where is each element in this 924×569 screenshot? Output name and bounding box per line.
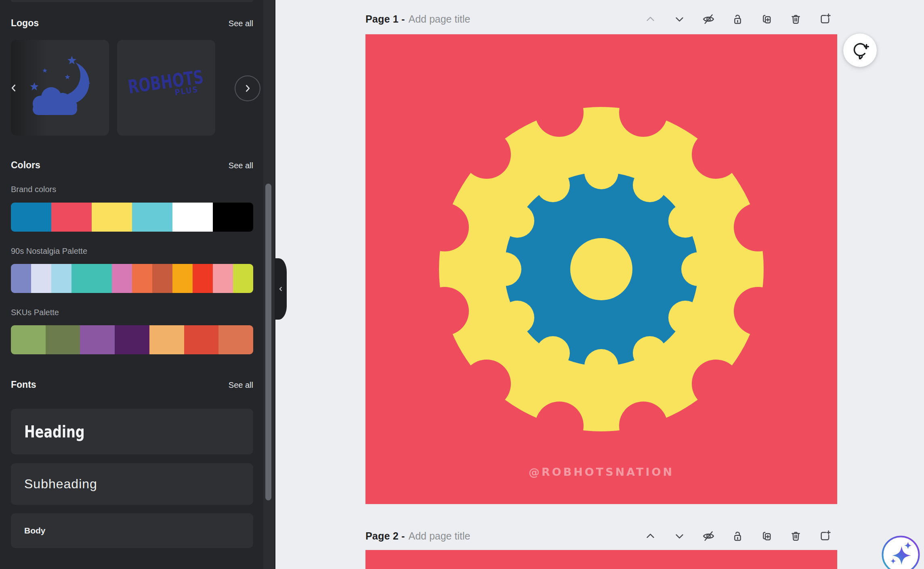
watermark-text: @ROBHOTSNATION [529, 466, 674, 478]
unlock-icon [731, 529, 744, 543]
color-swatch[interactable] [11, 325, 46, 354]
chevron-up-icon [644, 529, 657, 543]
brand-kit-sidebar: Logos See all [0, 0, 275, 569]
palette-name-brand: Brand colors [11, 185, 56, 194]
color-swatch[interactable] [233, 264, 253, 293]
moon-stars-logo [20, 47, 101, 128]
sidebar-collapse-handle[interactable] [275, 258, 287, 320]
fonts-see-all-link[interactable]: See all [229, 381, 253, 390]
chevron-down-icon [673, 529, 686, 543]
font-sample-body[interactable]: Body [11, 513, 253, 548]
color-swatch[interactable] [31, 264, 51, 293]
page2-label: Page 2 - [365, 530, 405, 542]
duplicate-page-button[interactable] [760, 529, 774, 543]
fonts-section-header: Fonts See all [11, 379, 253, 390]
chevron-up-icon [644, 13, 657, 26]
eye-off-icon [702, 13, 715, 26]
font-sample-subheading[interactable]: Subheading [11, 463, 253, 505]
skus-palette[interactable] [11, 325, 253, 354]
eye-off-icon [702, 529, 715, 543]
add-page-button[interactable] [818, 12, 832, 26]
page1-toolbar [643, 11, 832, 27]
color-swatch[interactable] [80, 325, 115, 354]
color-swatch[interactable] [92, 203, 132, 232]
canva-ai-button[interactable] [881, 535, 921, 569]
fonts-title: Fonts [11, 379, 36, 390]
chevron-down-icon [673, 13, 686, 26]
hide-page-button[interactable] [701, 529, 716, 543]
color-swatch[interactable] [149, 325, 184, 354]
logos-see-all-link[interactable]: See all [229, 19, 253, 28]
page1-canvas[interactable]: @ROBHOTSNATION [365, 34, 837, 504]
color-swatch[interactable] [213, 264, 233, 293]
page2-title-input[interactable]: Add page title [408, 530, 470, 542]
delete-page-button[interactable] [789, 529, 803, 543]
duplicate-page-button[interactable] [760, 12, 774, 26]
add-page-button[interactable] [818, 529, 832, 543]
page1-header: Page 1 - Add page title [365, 11, 470, 27]
move-page-up-button[interactable] [643, 12, 657, 26]
unlock-icon [731, 13, 744, 26]
color-swatch[interactable] [46, 325, 80, 354]
color-swatch[interactable] [193, 264, 213, 293]
logos-title: Logos [11, 18, 39, 29]
hide-page-button[interactable] [701, 12, 716, 26]
color-swatch[interactable] [11, 264, 31, 293]
color-swatch[interactable] [132, 203, 172, 232]
gears-artwork: @ROBHOTSNATION [365, 34, 837, 504]
move-page-down-button[interactable] [672, 529, 687, 543]
logos-carousel-next-button[interactable] [235, 75, 260, 101]
colors-see-all-link[interactable]: See all [229, 161, 253, 170]
color-swatch[interactable] [213, 203, 253, 232]
unlock-page-button[interactable] [731, 12, 745, 26]
palette-name-90s: 90s Nostalgia Palette [11, 247, 87, 256]
sidebar-scrollbar-track[interactable] [263, 0, 275, 569]
robhots-wordmark: ROBHOTS PLUS [117, 65, 215, 105]
color-swatch[interactable] [71, 264, 112, 293]
nostalgia-palette[interactable] [11, 264, 253, 293]
color-swatch[interactable] [11, 203, 51, 232]
color-swatch[interactable] [152, 264, 172, 293]
chevron-right-icon [242, 83, 253, 94]
add-page-icon [818, 529, 832, 543]
page1-title-input[interactable]: Add page title [408, 13, 470, 25]
add-page-icon [818, 13, 832, 26]
color-swatch[interactable] [115, 325, 149, 354]
trash-icon [789, 13, 802, 26]
move-page-down-button[interactable] [672, 12, 687, 26]
color-swatch[interactable] [172, 203, 213, 232]
color-swatch[interactable] [172, 264, 193, 293]
subheading-sample-text: Subheading [24, 477, 97, 492]
page1-label: Page 1 - [365, 13, 405, 25]
body-sample-text: Body [24, 526, 46, 536]
page2-header: Page 2 - Add page title [365, 528, 470, 544]
logo-thumbnail-robhots[interactable]: ROBHOTS PLUS [117, 40, 215, 136]
add-comment-button[interactable] [843, 33, 877, 67]
color-swatch[interactable] [218, 325, 253, 354]
sidebar-scrollbar-thumb[interactable] [265, 184, 271, 500]
gear-hub-circle[interactable] [570, 238, 632, 300]
color-swatch[interactable] [51, 264, 71, 293]
colors-title: Colors [11, 160, 40, 171]
color-swatch[interactable] [112, 264, 132, 293]
color-swatch[interactable] [132, 264, 152, 293]
delete-page-button[interactable] [789, 12, 803, 26]
comment-plus-icon [851, 42, 869, 59]
color-swatch[interactable] [51, 203, 92, 232]
color-swatch[interactable] [184, 325, 219, 354]
logo-thumbnail-moon[interactable] [11, 40, 109, 136]
unlock-page-button[interactable] [731, 529, 745, 543]
brand-colors-palette[interactable] [11, 203, 253, 232]
scrolled-card-remnant [11, 0, 253, 2]
logos-section-header: Logos See all [11, 18, 253, 29]
duplicate-icon [760, 529, 773, 543]
chevron-left-icon [8, 83, 19, 93]
colors-section-header: Colors See all [11, 160, 253, 171]
page2-canvas[interactable] [365, 550, 837, 569]
logos-carousel-prev-button[interactable] [5, 79, 22, 96]
font-sample-heading[interactable]: Heading [11, 409, 253, 454]
trash-icon [789, 529, 802, 543]
move-page-up-button[interactable] [643, 529, 657, 543]
chevron-left-icon [277, 285, 284, 293]
palette-name-skus: SKUs Palette [11, 308, 59, 317]
